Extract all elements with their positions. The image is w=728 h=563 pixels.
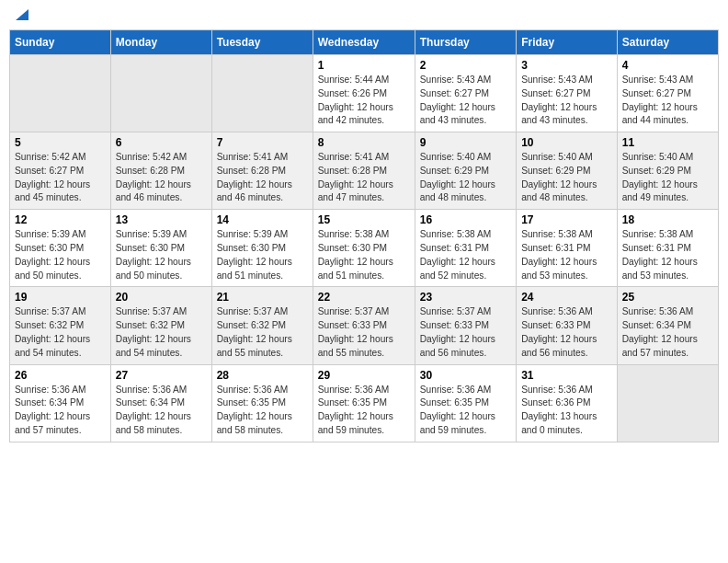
day-number: 17 bbox=[521, 213, 612, 226]
calendar-cell: 2Sunrise: 5:43 AMSunset: 6:27 PMDaylight… bbox=[415, 55, 516, 132]
calendar-cell: 30Sunrise: 5:36 AMSunset: 6:35 PMDayligh… bbox=[415, 364, 516, 442]
calendar-cell: 13Sunrise: 5:39 AMSunset: 6:30 PMDayligh… bbox=[110, 210, 211, 287]
calendar-cell: 25Sunrise: 5:36 AMSunset: 6:34 PMDayligh… bbox=[617, 287, 718, 364]
calendar-cell: 3Sunrise: 5:43 AMSunset: 6:27 PMDaylight… bbox=[517, 55, 618, 132]
day-info: Sunrise: 5:38 AMSunset: 6:31 PMDaylight:… bbox=[420, 228, 511, 282]
calendar-cell bbox=[617, 364, 718, 442]
day-number: 2 bbox=[420, 59, 511, 72]
day-number: 14 bbox=[217, 213, 308, 226]
calendar-cell: 21Sunrise: 5:37 AMSunset: 6:32 PMDayligh… bbox=[211, 287, 313, 364]
calendar-cell: 11Sunrise: 5:40 AMSunset: 6:29 PMDayligh… bbox=[617, 132, 718, 210]
calendar-cell: 15Sunrise: 5:38 AMSunset: 6:30 PMDayligh… bbox=[313, 210, 415, 287]
day-info: Sunrise: 5:36 AMSunset: 6:34 PMDaylight:… bbox=[15, 384, 106, 438]
calendar-cell: 22Sunrise: 5:37 AMSunset: 6:33 PMDayligh… bbox=[313, 287, 415, 364]
day-number: 23 bbox=[420, 291, 511, 304]
day-info: Sunrise: 5:37 AMSunset: 6:33 PMDaylight:… bbox=[420, 305, 511, 360]
day-number: 4 bbox=[622, 59, 713, 72]
calendar-cell: 6Sunrise: 5:42 AMSunset: 6:28 PMDaylight… bbox=[110, 132, 211, 210]
day-header-friday: Friday bbox=[517, 30, 618, 55]
day-info: Sunrise: 5:36 AMSunset: 6:36 PMDaylight:… bbox=[521, 384, 612, 438]
day-info: Sunrise: 5:36 AMSunset: 6:35 PMDaylight:… bbox=[420, 384, 511, 438]
day-info: Sunrise: 5:36 AMSunset: 6:34 PMDaylight:… bbox=[622, 305, 713, 360]
day-number: 12 bbox=[15, 213, 106, 226]
calendar-cell: 14Sunrise: 5:39 AMSunset: 6:30 PMDayligh… bbox=[211, 210, 313, 287]
day-number: 24 bbox=[521, 291, 612, 304]
day-info: Sunrise: 5:43 AMSunset: 6:27 PMDaylight:… bbox=[622, 74, 713, 128]
day-number: 30 bbox=[420, 369, 511, 382]
day-number: 20 bbox=[116, 291, 207, 304]
day-number: 1 bbox=[318, 59, 410, 72]
calendar-week-row: 1Sunrise: 5:44 AMSunset: 6:26 PMDaylight… bbox=[10, 55, 719, 132]
day-number: 15 bbox=[318, 213, 410, 226]
calendar-cell: 24Sunrise: 5:36 AMSunset: 6:33 PMDayligh… bbox=[517, 287, 618, 364]
day-number: 6 bbox=[116, 136, 207, 149]
calendar-header-row: SundayMondayTuesdayWednesdayThursdayFrid… bbox=[10, 30, 719, 55]
day-info: Sunrise: 5:40 AMSunset: 6:29 PMDaylight:… bbox=[521, 151, 612, 205]
day-info: Sunrise: 5:36 AMSunset: 6:34 PMDaylight:… bbox=[116, 384, 207, 438]
day-number: 26 bbox=[15, 369, 106, 382]
calendar-cell bbox=[211, 55, 313, 132]
day-info: Sunrise: 5:39 AMSunset: 6:30 PMDaylight:… bbox=[217, 228, 308, 282]
calendar-cell: 31Sunrise: 5:36 AMSunset: 6:36 PMDayligh… bbox=[517, 364, 618, 442]
day-number: 28 bbox=[217, 369, 308, 382]
day-number: 8 bbox=[318, 136, 410, 149]
calendar-cell: 17Sunrise: 5:38 AMSunset: 6:31 PMDayligh… bbox=[517, 210, 618, 287]
calendar-cell: 4Sunrise: 5:43 AMSunset: 6:27 PMDaylight… bbox=[617, 55, 718, 132]
day-header-tuesday: Tuesday bbox=[211, 30, 313, 55]
calendar-cell: 5Sunrise: 5:42 AMSunset: 6:27 PMDaylight… bbox=[10, 132, 111, 210]
day-header-monday: Monday bbox=[110, 30, 211, 55]
day-info: Sunrise: 5:41 AMSunset: 6:28 PMDaylight:… bbox=[318, 151, 410, 205]
day-info: Sunrise: 5:43 AMSunset: 6:27 PMDaylight:… bbox=[521, 74, 612, 128]
day-info: Sunrise: 5:37 AMSunset: 6:32 PMDaylight:… bbox=[15, 305, 106, 360]
calendar-week-row: 5Sunrise: 5:42 AMSunset: 6:27 PMDaylight… bbox=[10, 132, 719, 210]
logo bbox=[13, 9, 30, 22]
calendar-cell: 19Sunrise: 5:37 AMSunset: 6:32 PMDayligh… bbox=[10, 287, 111, 364]
day-info: Sunrise: 5:36 AMSunset: 6:33 PMDaylight:… bbox=[521, 305, 612, 360]
calendar-cell: 18Sunrise: 5:38 AMSunset: 6:31 PMDayligh… bbox=[617, 210, 718, 287]
calendar-table: SundayMondayTuesdayWednesdayThursdayFrid… bbox=[9, 29, 719, 442]
calendar-cell: 29Sunrise: 5:36 AMSunset: 6:35 PMDayligh… bbox=[313, 364, 415, 442]
calendar-cell: 1Sunrise: 5:44 AMSunset: 6:26 PMDaylight… bbox=[313, 55, 415, 132]
calendar-cell: 28Sunrise: 5:36 AMSunset: 6:35 PMDayligh… bbox=[211, 364, 313, 442]
day-number: 31 bbox=[521, 369, 612, 382]
day-number: 10 bbox=[521, 136, 612, 149]
svg-marker-0 bbox=[16, 9, 28, 20]
calendar-cell: 9Sunrise: 5:40 AMSunset: 6:29 PMDaylight… bbox=[415, 132, 516, 210]
calendar-cell: 7Sunrise: 5:41 AMSunset: 6:28 PMDaylight… bbox=[211, 132, 313, 210]
day-number: 19 bbox=[15, 291, 106, 304]
day-info: Sunrise: 5:38 AMSunset: 6:30 PMDaylight:… bbox=[318, 228, 410, 282]
day-info: Sunrise: 5:41 AMSunset: 6:28 PMDaylight:… bbox=[217, 151, 308, 205]
calendar-cell: 26Sunrise: 5:36 AMSunset: 6:34 PMDayligh… bbox=[10, 364, 111, 442]
calendar-cell: 12Sunrise: 5:39 AMSunset: 6:30 PMDayligh… bbox=[10, 210, 111, 287]
day-header-wednesday: Wednesday bbox=[313, 30, 415, 55]
day-header-sunday: Sunday bbox=[10, 30, 111, 55]
day-info: Sunrise: 5:39 AMSunset: 6:30 PMDaylight:… bbox=[15, 228, 106, 282]
day-number: 21 bbox=[217, 291, 308, 304]
day-info: Sunrise: 5:36 AMSunset: 6:35 PMDaylight:… bbox=[318, 384, 410, 438]
day-info: Sunrise: 5:39 AMSunset: 6:30 PMDaylight:… bbox=[116, 228, 207, 282]
day-info: Sunrise: 5:40 AMSunset: 6:29 PMDaylight:… bbox=[420, 151, 511, 205]
day-info: Sunrise: 5:37 AMSunset: 6:32 PMDaylight:… bbox=[217, 305, 308, 360]
calendar-cell: 27Sunrise: 5:36 AMSunset: 6:34 PMDayligh… bbox=[110, 364, 211, 442]
calendar-week-row: 26Sunrise: 5:36 AMSunset: 6:34 PMDayligh… bbox=[10, 364, 719, 442]
day-number: 22 bbox=[318, 291, 410, 304]
day-info: Sunrise: 5:37 AMSunset: 6:33 PMDaylight:… bbox=[318, 305, 410, 360]
day-number: 25 bbox=[622, 291, 713, 304]
day-number: 11 bbox=[622, 136, 713, 149]
day-number: 29 bbox=[318, 369, 410, 382]
calendar-week-row: 19Sunrise: 5:37 AMSunset: 6:32 PMDayligh… bbox=[10, 287, 719, 364]
page-header bbox=[9, 9, 719, 22]
day-number: 27 bbox=[116, 369, 207, 382]
day-number: 16 bbox=[420, 213, 511, 226]
day-info: Sunrise: 5:40 AMSunset: 6:29 PMDaylight:… bbox=[622, 151, 713, 205]
day-info: Sunrise: 5:42 AMSunset: 6:27 PMDaylight:… bbox=[15, 151, 106, 205]
day-info: Sunrise: 5:37 AMSunset: 6:32 PMDaylight:… bbox=[116, 305, 207, 360]
day-header-thursday: Thursday bbox=[415, 30, 516, 55]
day-number: 7 bbox=[217, 136, 308, 149]
day-info: Sunrise: 5:38 AMSunset: 6:31 PMDaylight:… bbox=[521, 228, 612, 282]
calendar-week-row: 12Sunrise: 5:39 AMSunset: 6:30 PMDayligh… bbox=[10, 210, 719, 287]
day-number: 9 bbox=[420, 136, 511, 149]
day-number: 18 bbox=[622, 213, 713, 226]
calendar-cell: 16Sunrise: 5:38 AMSunset: 6:31 PMDayligh… bbox=[415, 210, 516, 287]
day-info: Sunrise: 5:36 AMSunset: 6:35 PMDaylight:… bbox=[217, 384, 308, 438]
